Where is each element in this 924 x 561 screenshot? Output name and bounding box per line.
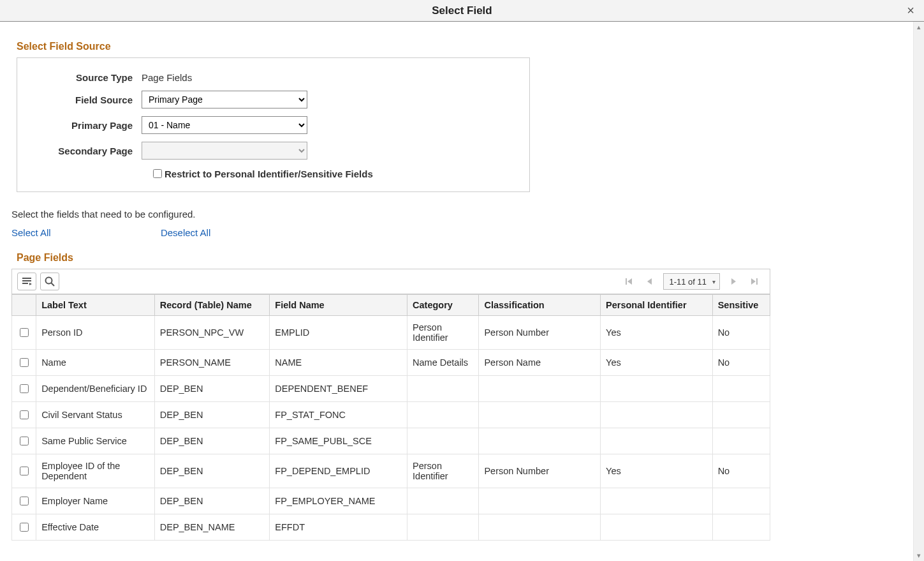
cell-field: DEPENDENT_BENEF [270, 376, 407, 402]
cell-record: DEP_BEN [154, 376, 270, 402]
cell-category [407, 514, 479, 541]
primary-page-label: Primary Page [30, 120, 142, 131]
row-checkbox[interactable] [20, 497, 29, 505]
cell-field: EFFDT [270, 514, 407, 541]
cell-pii [601, 402, 713, 428]
table-row: NamePERSON_NAMENAMEName DetailsPerson Na… [12, 350, 770, 376]
cell-pii [601, 428, 713, 454]
table-row: Same Public ServiceDEP_BENFP_SAME_PUBL_S… [12, 428, 770, 454]
grid-page-info-text: 1-11 of 11 [669, 277, 707, 287]
col-header-category[interactable]: Category [407, 295, 479, 316]
col-header-classification[interactable]: Classification [479, 295, 601, 316]
svg-point-3 [46, 278, 52, 284]
cell-field: NAME [270, 350, 407, 376]
page-fields-title: Page Fields [17, 252, 902, 264]
cell-field: FP_DEPEND_EMPLID [270, 454, 407, 488]
table-row: Effective DateDEP_BEN_NAMEEFFDT [12, 514, 770, 541]
modal-body: Select Field Source Source Type Page Fie… [0, 22, 913, 561]
source-type-label: Source Type [30, 72, 142, 83]
restrict-label[interactable]: Restrict to Personal Identifier/Sensitiv… [165, 168, 373, 179]
grid-search-button[interactable] [40, 273, 59, 290]
cell-category [407, 376, 479, 402]
field-source-panel: Source Type Page Fields Field Source Pri… [17, 57, 530, 192]
field-source-select[interactable]: Primary Page [142, 91, 307, 108]
cell-classification [479, 488, 601, 514]
close-icon[interactable]: × [907, 4, 914, 17]
col-header-record[interactable]: Record (Table) Name [154, 295, 270, 316]
cell-sensitive: No [712, 454, 770, 488]
cell-classification [479, 376, 601, 402]
row-checkbox[interactable] [20, 328, 29, 337]
row-checkbox[interactable] [20, 358, 29, 367]
row-checkbox[interactable] [20, 410, 29, 419]
cell-classification: Person Name [479, 350, 601, 376]
next-icon [730, 277, 738, 286]
col-header-check [12, 295, 36, 316]
source-type-value: Page Fields [142, 72, 192, 83]
cell-classification: Person Number [479, 316, 601, 350]
cell-pii: Yes [601, 454, 713, 488]
cell-label: Name [36, 350, 155, 376]
cell-sensitive: No [712, 350, 770, 376]
cell-field: EMPLID [270, 316, 407, 350]
grid-next-button[interactable] [726, 274, 742, 289]
table-row: Person IDPERSON_NPC_VWEMPLIDPerson Ident… [12, 316, 770, 350]
grid-last-button[interactable] [747, 274, 762, 289]
grid-first-button[interactable] [621, 274, 636, 289]
cell-sensitive [712, 428, 770, 454]
cell-record: PERSON_NPC_VW [154, 316, 270, 350]
page-fields-table: Label Text Record (Table) Name Field Nam… [11, 294, 770, 541]
vertical-scrollbar[interactable]: ▴ ▾ [913, 22, 924, 561]
table-row: Employer NameDEP_BENFP_EMPLOYER_NAME [12, 488, 770, 514]
cell-classification [479, 428, 601, 454]
col-header-label[interactable]: Label Text [36, 295, 155, 316]
prev-icon [645, 277, 653, 286]
cell-record: DEP_BEN [154, 428, 270, 454]
table-row: Employee ID of the DependentDEP_BENFP_DE… [12, 454, 770, 488]
svg-rect-1 [22, 280, 31, 281]
svg-line-4 [52, 283, 55, 287]
first-icon [624, 277, 633, 286]
secondary-page-select[interactable] [142, 142, 307, 160]
cell-pii: Yes [601, 316, 713, 350]
row-checkbox[interactable] [20, 384, 29, 393]
restrict-checkbox[interactable] [153, 169, 162, 178]
cell-field: FP_EMPLOYER_NAME [270, 488, 407, 514]
svg-rect-2 [22, 283, 28, 284]
table-row: Civil Servant StatusDEP_BENFP_STAT_FONC [12, 402, 770, 428]
col-header-field[interactable]: Field Name [270, 295, 407, 316]
field-source-label: Field Source [30, 94, 142, 105]
modal-header: Select Field × [0, 0, 924, 22]
scroll-up-icon[interactable]: ▴ [914, 22, 925, 33]
col-header-sensitive[interactable]: Sensitive [712, 295, 770, 316]
search-icon [45, 276, 55, 287]
grid-action-icon [22, 276, 32, 287]
cell-label: Effective Date [36, 514, 155, 541]
scroll-down-icon[interactable]: ▾ [914, 550, 925, 561]
cell-label: Employee ID of the Dependent [36, 454, 155, 488]
deselect-all-link[interactable]: Deselect All [161, 227, 210, 238]
secondary-page-label: Secondary Page [30, 146, 142, 156]
grid-toolbar: 1-11 of 11 ▾ [11, 269, 770, 294]
cell-category: Person Identifier [407, 454, 479, 488]
cell-label: Person ID [36, 316, 155, 350]
cell-record: PERSON_NAME [154, 350, 270, 376]
cell-record: DEP_BEN [154, 402, 270, 428]
grid-panel: 1-11 of 11 ▾ Label Text Record (Table) N… [11, 269, 770, 541]
grid-action-button[interactable] [17, 273, 36, 290]
row-checkbox[interactable] [20, 467, 29, 475]
select-all-link[interactable]: Select All [11, 227, 51, 238]
grid-page-info[interactable]: 1-11 of 11 ▾ [663, 273, 720, 290]
cell-category [407, 428, 479, 454]
row-checkbox[interactable] [20, 437, 29, 445]
cell-sensitive [712, 402, 770, 428]
field-source-title: Select Field Source [17, 41, 902, 52]
cell-category: Person Identifier [407, 316, 479, 350]
cell-sensitive: No [712, 316, 770, 350]
row-checkbox[interactable] [20, 523, 29, 532]
col-header-personal-identifier[interactable]: Personal Identifier [601, 295, 713, 316]
cell-record: DEP_BEN [154, 488, 270, 514]
cell-label: Employer Name [36, 488, 155, 514]
grid-prev-button[interactable] [642, 274, 657, 289]
primary-page-select[interactable]: 01 - Name [142, 116, 307, 134]
